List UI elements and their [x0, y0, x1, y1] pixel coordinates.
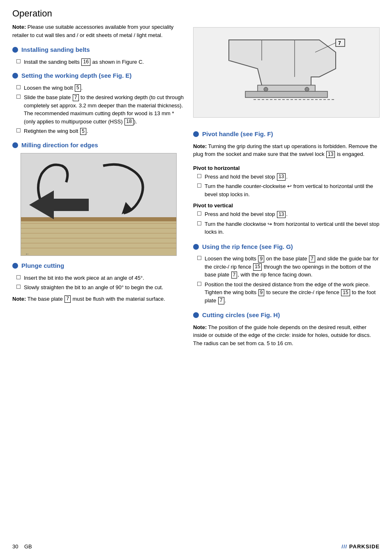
svg-rect-8 — [21, 217, 177, 221]
page-number: 30 GB — [12, 543, 32, 550]
pivot-note-label: Note: — [193, 143, 207, 149]
rip-fence-item-2: Position the tool the desired distance f… — [193, 281, 380, 305]
plunge-item-2-text: Slowly straighten the bit to an angle of… — [24, 283, 185, 292]
plunge-note-text: The base plate 7 must be flush with the … — [28, 296, 165, 302]
svg-text:←: ← — [25, 251, 30, 256]
pivot-vert-item-2: Turn the handle clockwise ↪ from horizon… — [193, 220, 380, 236]
depth-item-2-text: Slide the base plate 7 to the desired wo… — [24, 93, 185, 125]
pivot-vert-item-1: Press and hold the bevel stop 13. — [193, 210, 380, 218]
pivot-vertical-subheading: Pivot to vertical — [193, 202, 380, 209]
pivot-vert-item-1-text: Press and hold the bevel stop 13. — [205, 210, 380, 218]
list-bullet — [197, 282, 201, 286]
bullet-rip-fence — [193, 244, 199, 250]
rip-fence-item-1: Loosen the wing bolts 9 on the base plat… — [193, 255, 380, 279]
ref-13a: 13 — [326, 151, 335, 158]
intro-note-label: Note: — [12, 24, 26, 30]
list-bullet — [16, 85, 21, 89]
brand-logo: /// PARKSIDE — [341, 543, 380, 550]
right-column: 7 Pivot handle (see Fig. F) Note: Turnin… — [193, 23, 380, 354]
intro-note-text: Please use suitable accessories availabl… — [12, 24, 173, 38]
milling-diagram-container: ← — [12, 153, 185, 256]
main-content: Note: Please use suitable accessories av… — [12, 23, 380, 354]
milling-svg: ← — [21, 153, 177, 256]
cutting-circles-note-label: Note: — [193, 324, 207, 330]
bullet-cutting-circles — [193, 312, 199, 318]
svg-point-23 — [305, 87, 309, 91]
ref-16: 16 — [81, 58, 90, 66]
svg-text:7: 7 — [338, 40, 341, 46]
depth-item-1-text: Loosen the wing bolt 5. — [24, 84, 185, 92]
bullet-milling — [12, 142, 18, 148]
pivot-vert-item-2-text: Turn the handle clockwise ↪ from horizon… — [205, 220, 380, 236]
ref-7b: 7 — [65, 295, 71, 303]
section-milling-direction: Milling direction for edges — [12, 141, 185, 149]
ref-5a: 5 — [75, 84, 81, 92]
pivot-horiz-item-2-text: Turn the handle counter-clockwise ↩ from… — [205, 182, 380, 198]
fig-diagram-container: 7 — [193, 27, 380, 124]
plunge-item-1: Insert the bit into the work piece at an… — [12, 274, 185, 282]
ref-9a: 9 — [258, 255, 264, 263]
page-header: Operation — [12, 8, 380, 19]
pivot-horizontal-subheading: Pivot to horizontal — [193, 165, 380, 171]
rip-fence-item-2-text: Position the tool the desired distance f… — [205, 281, 380, 305]
rip-fence-heading: Using the rip fence (see Fig. G) — [202, 243, 293, 251]
cutting-circles-note-text: The position of the guide hole depends o… — [193, 324, 371, 346]
section-cutting-circles: Cutting circles (see Fig. H) — [193, 311, 380, 319]
plunge-item-2: Slowly straighten the bit to an angle of… — [12, 283, 185, 292]
pivot-horiz-item-1-text: Press and hold the bevel stop 13. — [205, 173, 380, 181]
bullet-plunge — [12, 263, 18, 269]
working-depth-heading: Setting the working depth (see Fig. E) — [21, 72, 131, 80]
bullet-installing-belts — [12, 47, 18, 53]
ref-7a: 7 — [73, 94, 79, 102]
plunge-note: Note: The base plate 7 must be flush wit… — [12, 295, 185, 303]
rip-fence-item-1-text: Loosen the wing bolts 9 on the base plat… — [205, 255, 380, 279]
list-bullet — [16, 95, 21, 99]
section-pivot-handle: Pivot handle (see Fig. F) — [193, 130, 380, 138]
ref-13b: 13 — [277, 173, 286, 181]
depth-item-2: Slide the base plate 7 to the desired wo… — [12, 93, 185, 125]
section-working-depth: Setting the working depth (see Fig. E) — [12, 72, 185, 80]
section-plunge-cutting: Plunge cutting — [12, 262, 185, 270]
page-title: Operation — [12, 8, 380, 19]
pivot-note-text: Turning the grip during the start up ope… — [193, 143, 377, 158]
installing-belts-item-1: Install the sanding belts 16 as shown in… — [12, 58, 185, 66]
left-column: Note: Please use suitable accessories av… — [12, 23, 185, 354]
pivot-horiz-item-2: Turn the handle counter-clockwise ↩ from… — [193, 182, 380, 198]
list-bullet — [16, 285, 21, 289]
section-installing-belts: Installing sanding belts — [12, 46, 185, 54]
cutting-circles-note: Note: The position of the guide hole dep… — [193, 323, 380, 348]
plunge-note-label: Note: — [12, 296, 26, 302]
svg-rect-1 — [21, 219, 177, 256]
depth-item-3: Retighten the wing bolt 5. — [12, 127, 185, 135]
installing-belts-heading: Installing sanding belts — [21, 46, 90, 54]
list-bullet — [197, 256, 201, 260]
ref-9b: 9 — [258, 289, 265, 297]
ref-7e: 7 — [218, 297, 224, 304]
pivot-horiz-item-1: Press and hold the bevel stop 13. — [193, 173, 380, 181]
svg-point-22 — [264, 87, 268, 91]
ref-15b: 15 — [341, 289, 350, 297]
bullet-pivot — [193, 131, 199, 137]
milling-diagram: ← — [21, 153, 177, 256]
brand-slashes: /// — [341, 543, 347, 550]
list-bullet — [197, 211, 201, 216]
list-bullet — [197, 183, 201, 188]
ref-5b: 5 — [80, 128, 86, 135]
brand-name: PARKSIDE — [349, 543, 380, 550]
list-bullet — [16, 128, 21, 132]
ref-7c: 7 — [309, 255, 315, 263]
pivot-note: Note: Turning the grip during the start … — [193, 142, 380, 158]
list-bullet — [16, 275, 21, 279]
plunge-item-1-text: Insert the bit into the work piece at an… — [24, 274, 185, 282]
ref-13c: 13 — [277, 211, 286, 218]
list-bullet — [16, 59, 21, 63]
page-footer: 30 GB /// PARKSIDE — [12, 543, 380, 550]
list-bullet — [197, 221, 201, 225]
installing-belts-text: Install the sanding belts 16 as shown in… — [24, 58, 185, 66]
fig-svg: 7 — [194, 28, 379, 118]
cutting-circles-heading: Cutting circles (see Fig. H) — [202, 311, 280, 319]
ref-15a: 15 — [253, 263, 262, 271]
milling-direction-heading: Milling direction for edges — [21, 141, 98, 149]
depth-item-1: Loosen the wing bolt 5. — [12, 84, 185, 92]
ref-7d: 7 — [231, 272, 238, 279]
